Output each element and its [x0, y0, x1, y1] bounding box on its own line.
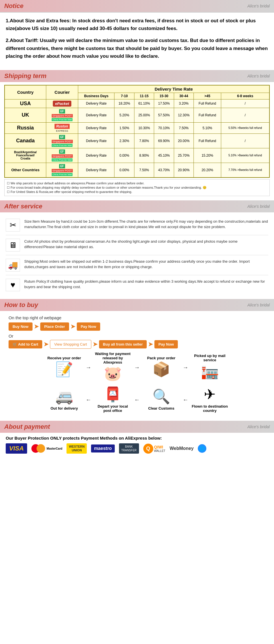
post-office-icon: 🏣: [201, 363, 219, 380]
col-country: Country: [5, 85, 46, 99]
chinapost-logo-uk: China Post Air Mail: [52, 118, 73, 121]
ems-logo-br: EF: [59, 149, 65, 154]
rate-other-45plus: 20.20%: [194, 163, 221, 178]
pay-now-button2[interactable]: Pay Now: [154, 340, 178, 348]
process-waiting-label: Waiting for payment released by Aliexpre…: [94, 352, 131, 364]
pay-now-button1[interactable]: Pay Now: [77, 322, 100, 331]
van-icon: 🚐: [55, 388, 73, 405]
payment-section: About payment Alice's bridal Our Buyer P…: [0, 421, 274, 456]
qiwi-logo: Q QIWI WALLET: [143, 444, 166, 454]
service-text-policy: Rutum Policy:If clothing have quality pr…: [24, 279, 268, 290]
ruston-express: EXPRESS: [56, 129, 68, 132]
country-russia: Russia: [5, 122, 46, 133]
process-pack: Pack your order 📦: [143, 356, 180, 379]
label-other: Delivery Rate: [78, 163, 114, 178]
rate-usa-45plus: Full Refund: [194, 99, 221, 108]
singapore-logo-ot: Singapore POST: [52, 169, 73, 172]
rate-canada-45plus: Full Refund: [194, 133, 221, 148]
how-to-buy-header: How to buy Alice's bridal: [0, 299, 274, 311]
shipping-header: Shipping term Alice's bridal: [0, 70, 274, 82]
col-15-30: 15-30: [154, 93, 174, 99]
payment-title: About payment: [4, 423, 50, 430]
note-3: ☐ For United States & Russia,we offer sp…: [7, 190, 267, 194]
shipping-title: Shipping term: [4, 72, 47, 80]
col-11-15: 11-15: [134, 93, 154, 99]
globe-icon: 🌐: [198, 444, 206, 453]
buy-all-button[interactable]: Buy all from this seller: [99, 340, 147, 348]
bank-transfer-logo: BANK TRANSFER: [119, 443, 139, 454]
notice-title: Notice: [4, 2, 23, 10]
mastercard-label: MasterCard: [47, 447, 62, 450]
process-delivery: 🚐 Out for delivery: [46, 388, 83, 411]
rate-usa-68w: /: [221, 99, 269, 108]
rate-other-3044: 20.90%: [174, 163, 194, 178]
rate-canada-68w: /: [221, 133, 269, 148]
table-row: Russia Ruston EXPRESS Delivery Rate 1.50…: [5, 122, 269, 133]
rate-uk-1115: 25.00%: [134, 108, 154, 122]
courier-other: EF Singapore POST China Post Air Mail: [46, 163, 78, 178]
how-to-buy-section: How to buy Alice's bridal On the top rig…: [0, 299, 274, 419]
process-pickup-label: Picked up by mail service: [191, 354, 228, 362]
arrow4: ➤: [93, 341, 98, 348]
qiwi-label: QIWI: [154, 445, 166, 449]
notice-header: Notice Alice's bridal: [0, 0, 274, 13]
table-row: Canada EF Singapore POST China Post Air …: [5, 133, 269, 148]
table-row: Other Countries EF Singapore POST China …: [5, 163, 269, 178]
proc-arrow2: →: [134, 364, 140, 371]
rate-other-1530: 43.70%: [154, 163, 174, 178]
service-text-color: Color:All photos shot by professional ca…: [24, 239, 268, 250]
label-usa: Delivery Rate: [78, 99, 114, 108]
scissors-icon: ✂: [6, 219, 20, 232]
shipping-section: Shipping term Alice's bridal Country Cou…: [0, 70, 274, 199]
rate-brazil-68w: 5.10% >8weeks full refund: [221, 148, 269, 163]
process-receive: Receive your order 📝: [46, 356, 83, 379]
maestro-logo: maestro: [91, 444, 114, 452]
qiwi-wallet-label: WALLET: [154, 449, 166, 452]
process-receive-label: Receive your order: [47, 356, 81, 360]
process-depart: 📮 Depart your local post office: [94, 386, 131, 414]
heart-icon: ♥: [6, 279, 20, 291]
buy-now-button[interactable]: Buy Now: [9, 322, 33, 331]
singapore-logo-ca: Singapore POST: [52, 140, 73, 143]
bank-transfer-label2: TRANSFER: [121, 448, 137, 452]
col-45plus: >45: [194, 93, 221, 99]
rate-canada-710: 2.30%: [114, 133, 134, 148]
payment-bridal: Alice's bridal: [247, 424, 270, 429]
monitor-icon: 🖥: [6, 239, 20, 252]
shipping-notes: ☐ We ship parcels to your default addres…: [4, 179, 270, 196]
rate-uk-710: 5.20%: [114, 108, 134, 122]
rate-uk-68w: /: [221, 108, 269, 122]
steps-row2: 🛒 Add to Cart ➤ View Shopping Cart ➤ Buy…: [9, 340, 265, 349]
ruston-logo: Ruston: [55, 124, 70, 129]
courier-brazil: EF Singapore POST China Post Air Mail: [46, 148, 78, 163]
rate-other-1115: 7.50%: [134, 163, 154, 178]
rate-russia-1115: 10.30%: [134, 122, 154, 133]
rate-uk-3044: 12.30%: [174, 108, 194, 122]
col-delivery-time: Delivery Time Rate: [78, 85, 269, 93]
process-pack-label: Pack your order: [147, 356, 176, 360]
rate-brazil-1530: 45.10%: [154, 148, 174, 163]
western-union-label: WESTERN: [69, 445, 84, 448]
piggy-icon: 🐷: [104, 365, 122, 382]
place-order-button[interactable]: Place Order: [40, 322, 69, 331]
rate-brazil-45plus: 15.20%: [194, 148, 221, 163]
view-cart-button[interactable]: View Shopping Cart: [50, 340, 91, 349]
service-item-policy: ♥ Rutum Policy:If clothing have quality …: [6, 275, 268, 295]
plane-icon: ✈: [204, 386, 216, 403]
visa-logo: VISA: [6, 443, 27, 454]
proc-arrow6: ←: [183, 396, 188, 403]
rate-other-68w: 7.70% >8weeks full refund: [221, 163, 269, 178]
label-canada: Delivery Rate: [78, 133, 114, 148]
process-pickup: Picked up by mail service 🏣: [191, 354, 228, 381]
bank-transfer-label: BANK: [121, 445, 137, 448]
label-russia: Delivery Rate: [78, 122, 114, 133]
arrow2: ➤: [70, 323, 75, 330]
country-other: Other Countries: [5, 163, 46, 178]
qiwi-text: QIWI WALLET: [154, 445, 166, 452]
add-to-cart-button[interactable]: 🛒 Add to Cart: [9, 340, 42, 348]
country-brazil: Brazil/Argentina/France/Israel/Croatia: [5, 148, 46, 163]
col-30-44: 30-44: [174, 93, 194, 99]
after-service-title: After service: [4, 203, 42, 210]
arrow1: ➤: [34, 323, 39, 330]
or-label: Or: [9, 334, 265, 338]
